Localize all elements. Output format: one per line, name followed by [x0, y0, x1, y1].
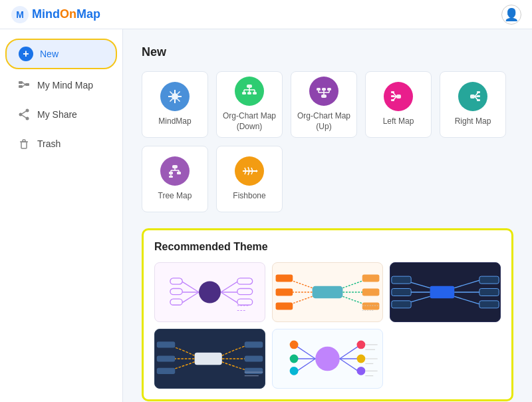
svg-line-20 [170, 92, 173, 95]
tree-map-icon [160, 156, 190, 186]
map-type-grid: MindMap Org-C [142, 71, 513, 212]
svg-rect-122 [245, 368, 263, 374]
svg-text:M: M [16, 9, 24, 20]
svg-line-74 [182, 282, 199, 292]
org-chart-up-icon [309, 77, 338, 106]
svg-point-127 [290, 341, 299, 349]
svg-line-21 [178, 92, 180, 95]
svg-point-131 [290, 367, 299, 375]
svg-point-8 [19, 113, 23, 116]
svg-rect-42 [396, 95, 401, 99]
svg-rect-121 [245, 355, 263, 361]
theme-card-5[interactable] [272, 329, 383, 389]
org-chart-down-icon [235, 77, 264, 106]
trash-icon [17, 137, 31, 150]
svg-line-10 [22, 111, 26, 114]
left-map-label: Left Map [383, 116, 414, 127]
logo-icon: M [11, 5, 29, 24]
svg-marker-72 [256, 170, 258, 172]
map-card-right-map[interactable]: Right Map [440, 71, 506, 138]
fishbone-icon [235, 156, 264, 186]
sidebar-item-new[interactable]: + New [5, 39, 117, 69]
svg-line-84 [221, 292, 237, 303]
org-chart-down-label: Org-Chart Map(Down) [223, 111, 276, 132]
svg-line-110 [454, 280, 480, 288]
map-card-fishbone[interactable]: Fishbone [216, 146, 283, 212]
map-card-mindmap[interactable]: MindMap [142, 71, 208, 138]
svg-rect-14 [23, 140, 25, 142]
theme-card-4[interactable] [154, 329, 265, 389]
svg-rect-79 [170, 299, 182, 305]
svg-point-137 [357, 367, 366, 375]
sidebar-item-my-mind-map-label: My Mind Map [37, 80, 93, 91]
svg-rect-48 [391, 99, 394, 101]
right-map-label: Right Map [455, 116, 491, 127]
svg-rect-39 [317, 88, 321, 91]
tree-map-label: Tree Map [158, 191, 192, 202]
svg-rect-61 [169, 172, 173, 174]
svg-rect-30 [242, 92, 246, 95]
org-chart-up-label: Org-Chart Map (Up) [291, 111, 356, 132]
theme-grid [154, 262, 501, 389]
new-section-title: New [142, 45, 513, 59]
sidebar-item-my-share-label: My Share [37, 109, 77, 120]
svg-point-133 [357, 341, 366, 349]
map-card-org-chart-down[interactable]: Org-Chart Map(Down) [216, 71, 283, 138]
svg-rect-85 [237, 299, 253, 305]
left-map-icon [384, 82, 413, 111]
svg-rect-49 [470, 95, 475, 99]
svg-line-126 [297, 347, 316, 359]
recommended-theme-section: Recommended Theme [142, 228, 513, 401]
svg-rect-2 [19, 81, 23, 84]
sidebar-item-trash[interactable]: Trash [5, 130, 117, 157]
svg-rect-4 [25, 83, 29, 86]
svg-line-6 [23, 85, 25, 87]
svg-point-125 [315, 347, 340, 371]
svg-line-136 [340, 359, 358, 371]
svg-line-132 [340, 347, 358, 359]
mindmap-icon [160, 82, 190, 111]
svg-point-129 [290, 355, 299, 363]
map-card-tree-map[interactable]: Tree Map [142, 146, 208, 212]
svg-rect-47 [391, 95, 394, 97]
svg-rect-56 [172, 165, 178, 168]
sidebar-item-my-share[interactable]: My Share [5, 101, 117, 128]
svg-rect-116 [195, 353, 222, 365]
svg-rect-83 [237, 289, 253, 295]
user-avatar[interactable]: 👤 [501, 5, 521, 25]
fishbone-label: Fishbone [233, 191, 265, 202]
svg-rect-88 [313, 286, 343, 298]
svg-rect-90 [276, 274, 293, 282]
theme-card-3[interactable] [390, 262, 501, 322]
theme-card-2[interactable] [272, 262, 383, 322]
map-card-org-chart-up[interactable]: Org-Chart Map (Up) [291, 71, 357, 138]
svg-rect-115 [479, 301, 499, 308]
svg-line-114 [454, 296, 480, 304]
svg-rect-55 [477, 99, 480, 101]
svg-rect-98 [362, 289, 380, 296]
svg-rect-81 [237, 278, 253, 284]
svg-rect-92 [276, 289, 293, 296]
svg-line-80 [221, 282, 237, 292]
layout: + New My Mind Map My Share Trash New [0, 29, 532, 402]
svg-line-23 [178, 99, 180, 102]
svg-point-135 [357, 355, 366, 363]
main-content: New MindM [123, 29, 532, 402]
svg-rect-46 [391, 91, 394, 93]
svg-rect-105 [392, 276, 411, 284]
svg-line-22 [170, 99, 173, 102]
sidebar-item-my-mind-map[interactable]: My Mind Map [5, 72, 117, 99]
recommended-title: Recommended Theme [154, 241, 501, 253]
my-mind-map-icon [17, 79, 31, 92]
svg-rect-53 [477, 91, 480, 93]
svg-rect-32 [253, 92, 257, 95]
theme-card-1[interactable] [154, 262, 265, 322]
svg-rect-12 [21, 142, 27, 148]
svg-line-11 [22, 115, 26, 118]
sidebar: + New My Mind Map My Share Trash [0, 29, 123, 402]
svg-rect-3 [19, 85, 23, 88]
map-card-left-map[interactable]: Left Map [365, 71, 432, 138]
svg-line-78 [182, 292, 199, 303]
svg-rect-111 [479, 276, 499, 284]
svg-rect-113 [479, 289, 499, 296]
